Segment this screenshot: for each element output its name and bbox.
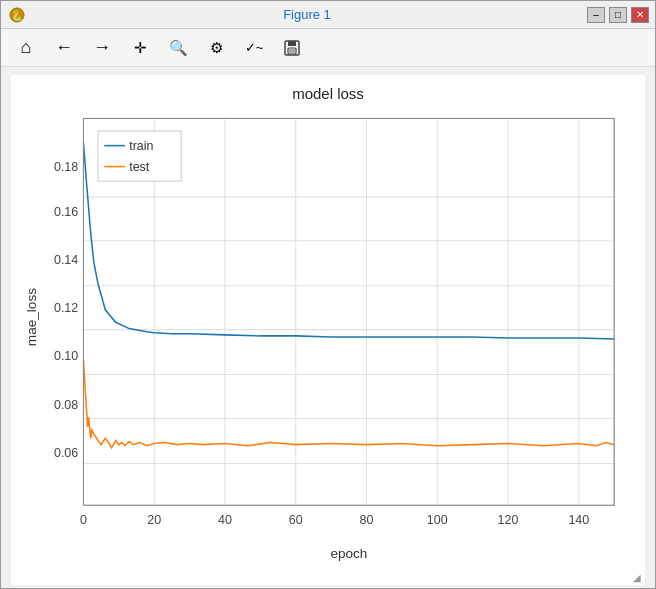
window-controls: – □ ✕ (587, 7, 649, 23)
app-icon: 🐍 (7, 5, 27, 25)
svg-text:0.12: 0.12 (54, 301, 78, 315)
svg-text:60: 60 (289, 513, 303, 527)
chart-title: model loss (21, 85, 635, 102)
title-bar: 🐍 Figure 1 – □ ✕ (1, 1, 655, 29)
chart-area: model loss (11, 75, 645, 585)
close-button[interactable]: ✕ (631, 7, 649, 23)
plot-svg: 0.18 0.16 0.14 0.12 0.10 0.08 0.06 0 20 … (21, 108, 635, 568)
back-button[interactable]: ← (47, 33, 81, 63)
svg-text:0: 0 (80, 513, 87, 527)
svg-text:0.10: 0.10 (54, 349, 78, 363)
svg-text:0.08: 0.08 (54, 398, 78, 412)
svg-text:train: train (129, 139, 153, 153)
svg-text:🐍: 🐍 (11, 9, 24, 22)
home-button[interactable]: ⌂ (9, 33, 43, 63)
svg-text:80: 80 (360, 513, 374, 527)
svg-text:140: 140 (568, 513, 589, 527)
svg-text:120: 120 (498, 513, 519, 527)
toolbar: ⌂ ← → ✛ 🔍 ⚙ ✓~ (1, 29, 655, 67)
svg-text:20: 20 (147, 513, 161, 527)
svg-text:0.18: 0.18 (54, 160, 78, 174)
svg-rect-5 (289, 49, 295, 53)
resize-handle[interactable]: ◢ (633, 572, 641, 583)
chart-container: 0.18 0.16 0.14 0.12 0.10 0.08 0.06 0 20 … (21, 108, 635, 568)
svg-text:40: 40 (218, 513, 232, 527)
forward-button[interactable]: → (85, 33, 119, 63)
maximize-button[interactable]: □ (609, 7, 627, 23)
svg-text:0.16: 0.16 (54, 205, 78, 219)
svg-text:test: test (129, 160, 150, 174)
zoom-button[interactable]: 🔍 (161, 33, 195, 63)
pan-button[interactable]: ✛ (123, 33, 157, 63)
svg-text:0.06: 0.06 (54, 446, 78, 460)
svg-rect-3 (288, 41, 296, 46)
save-button[interactable] (275, 33, 309, 63)
svg-text:100: 100 (427, 513, 448, 527)
svg-text:epoch: epoch (330, 546, 367, 561)
svg-text:mae_loss: mae_loss (24, 288, 39, 346)
configure-button[interactable]: ⚙ (199, 33, 233, 63)
minimize-button[interactable]: – (587, 7, 605, 23)
window-title: Figure 1 (27, 7, 587, 22)
svg-text:0.14: 0.14 (54, 253, 78, 267)
edit-button[interactable]: ✓~ (237, 33, 271, 63)
